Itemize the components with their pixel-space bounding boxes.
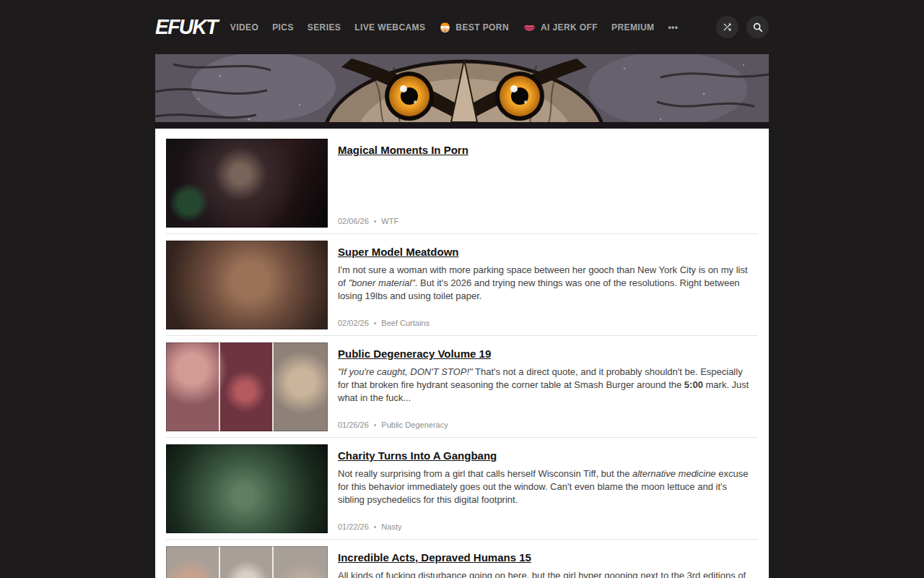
nav-item-label: AI JERK OFF [541,22,598,33]
search-icon [752,22,764,33]
list-item: Incredible Acts, Depraved Humans 15All k… [166,540,758,578]
item-meta: 01/22/26•Nasty [338,522,401,531]
video-title-link[interactable]: Super Model Meatdown [338,246,459,258]
post-date: 02/06/26 [338,217,369,225]
owl-banner-artwork[interactable] [155,54,769,129]
nav-item-label: LIVE WEBCAMS [354,22,425,33]
search-button[interactable] [746,16,769,38]
item-body: Incredible Acts, Depraved Humans 15All k… [338,546,758,578]
nav-item-label: ••• [668,22,679,33]
list-item: Charity Turns Into A GangbangNot really … [166,438,758,540]
video-title-link[interactable]: Magical Moments In Porn [338,144,468,156]
post-date: 01/22/26 [338,522,369,531]
nav-item-video[interactable]: VIDEO [230,22,258,33]
meta-separator: • [374,523,377,531]
item-body: Magical Moments In Porn02/06/26•WTF [338,139,758,228]
nav-item-ai-jerk-off[interactable]: AI JERK OFF [523,22,598,33]
nav-item-label: VIDEO [230,22,258,33]
category-link[interactable]: Public Degeneracy [381,420,448,429]
lips-icon [523,23,536,32]
primary-nav: VIDEOPICSSERIESLIVE WEBCAMSBEST PORNAI J… [230,21,716,33]
list-item: Public Degeneracy Volume 19"If you're ca… [166,336,758,438]
video-description: "If you're caught, DON'T STOP!" That's n… [338,366,758,405]
item-body: Super Model MeatdownI'm not sure a woman… [338,241,758,329]
nav-item-live-webcams[interactable]: LIVE WEBCAMS [354,22,425,33]
category-link[interactable]: Beef Curtains [381,319,430,327]
item-body: Public Degeneracy Volume 19"If you're ca… [338,342,758,431]
nav-item-series[interactable]: SERIES [308,22,341,33]
shuffle-button[interactable] [716,16,738,38]
meta-separator: • [374,421,377,429]
video-thumbnail[interactable] [166,241,328,329]
video-feed: Magical Moments In Porn02/06/26•WTFSuper… [155,129,769,578]
item-meta: 01/26/26•Public Degeneracy [338,420,448,429]
site-logo[interactable]: EFUKT [155,17,217,38]
video-thumbnail[interactable] [166,342,328,431]
post-date: 02/02/26 [338,319,369,327]
nav-item-label: PICS [272,22,294,33]
item-body: Charity Turns Into A GangbangNot really … [338,444,758,533]
item-meta: 02/06/26•WTF [338,217,398,225]
category-link[interactable]: Nasty [381,522,401,531]
video-title-link[interactable]: Charity Turns Into A Gangbang [338,449,497,462]
nav-item-pics[interactable]: PICS [272,22,294,33]
video-title-link[interactable]: Incredible Acts, Depraved Humans 15 [338,551,531,564]
meta-separator: • [374,319,377,327]
post-date: 01/26/26 [338,420,369,429]
shuffle-icon [722,22,733,33]
nav-item-label: PREMIUM [611,22,654,33]
nav-item-label: BEST PORN [456,22,509,33]
face-glasses-icon [439,21,451,33]
video-description: Not really surprising from a girl that c… [338,467,758,506]
video-title-link[interactable]: Public Degeneracy Volume 19 [338,348,491,360]
list-item: Magical Moments In Porn02/06/26•WTF [166,139,758,234]
video-thumbnail[interactable] [166,546,328,578]
list-item: Super Model MeatdownI'm not sure a woman… [166,234,758,336]
category-link[interactable]: WTF [381,217,398,225]
site-header: EFUKT VIDEOPICSSERIESLIVE WEBCAMSBEST PO… [155,0,769,54]
owl-illustration [155,54,769,129]
nav-item-best-porn[interactable]: BEST PORN [439,21,509,33]
meta-separator: • [374,217,377,225]
nav-item-label: SERIES [308,22,341,33]
nav-item-more-menu[interactable]: ••• [668,22,679,33]
item-meta: 02/02/26•Beef Curtains [338,319,430,327]
header-actions [716,16,769,38]
nav-item-premium[interactable]: PREMIUM [611,22,654,33]
video-description: I'm not sure a woman with more parking s… [338,264,758,303]
video-thumbnail[interactable] [166,444,328,533]
video-description: All kinds of fucking disturbance going o… [338,569,758,578]
video-thumbnail[interactable] [166,139,328,228]
